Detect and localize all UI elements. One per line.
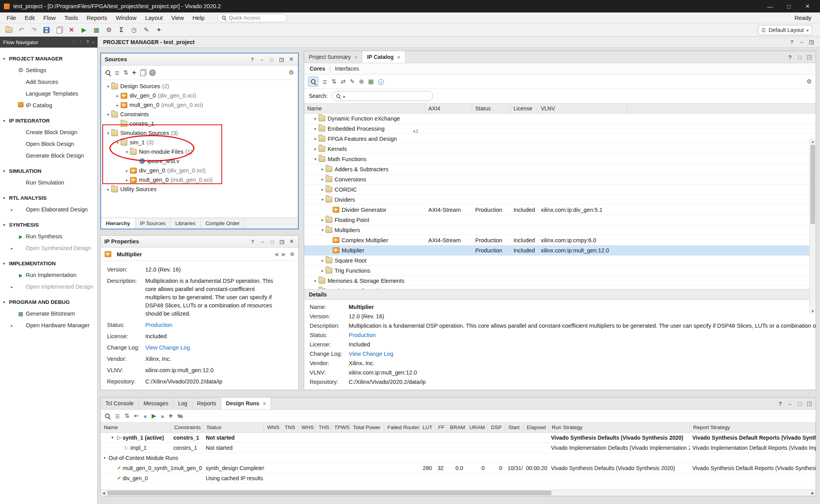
maximize-icon[interactable] bbox=[808, 39, 815, 45]
tree-row[interactable]: ipcore_test.v bbox=[101, 156, 298, 166]
column-header[interactable]: AXI4 bbox=[425, 103, 472, 113]
back-icon[interactable]: ◀ bbox=[274, 251, 278, 257]
menu-item[interactable]: Help bbox=[188, 12, 209, 23]
window-close-icon[interactable] bbox=[799, 1, 816, 11]
expander-icon[interactable]: ▸ bbox=[312, 137, 319, 141]
flow-nav-entry[interactable]: Language Templates bbox=[0, 88, 97, 99]
expander-icon[interactable]: ▾ bbox=[312, 157, 319, 161]
flow-nav-entry[interactable]: Open Block Design bbox=[0, 138, 97, 150]
close-icon[interactable] bbox=[397, 54, 400, 60]
expander-icon[interactable]: ▾ bbox=[114, 140, 121, 145]
menu-item[interactable]: View bbox=[167, 12, 188, 23]
editor-tab[interactable]: IP Catalog bbox=[362, 51, 405, 63]
expander-icon[interactable]: ▸ bbox=[114, 103, 121, 107]
table-row[interactable]: mult_gen_0_synth_1 mult_gen_0 synth_desi… bbox=[101, 463, 816, 473]
table-row[interactable]: ▸ Conversions bbox=[304, 174, 816, 185]
expander-icon[interactable]: ▸ bbox=[312, 279, 319, 283]
flow-nav-entry[interactable]: Run Simulation bbox=[0, 177, 97, 188]
window-maximize-icon[interactable] bbox=[780, 1, 797, 11]
settings-icon[interactable] bbox=[103, 25, 115, 35]
expander-icon[interactable]: ▾ bbox=[124, 150, 130, 154]
search-icon[interactable] bbox=[105, 413, 111, 419]
flow-nav-entry[interactable]: ▾ PROGRAM AND DEBUG bbox=[0, 296, 97, 308]
reset-runs-icon[interactable] bbox=[134, 412, 139, 419]
minimize-icon[interactable] bbox=[799, 39, 805, 45]
flow-nav-entry[interactable]: Run Synthesis bbox=[0, 231, 97, 242]
bottom-tab[interactable]: Log bbox=[173, 398, 192, 409]
column-header[interactable]: BRAM bbox=[447, 422, 466, 432]
expander-icon[interactable]: ▸ bbox=[124, 169, 130, 173]
minimize-icon[interactable] bbox=[787, 400, 793, 406]
search-icon[interactable] bbox=[308, 76, 318, 87]
column-header[interactable]: DSP bbox=[488, 422, 505, 432]
column-header[interactable]: Elapsed bbox=[524, 422, 549, 432]
column-header[interactable]: THS bbox=[316, 422, 331, 432]
tree-row[interactable]: ▾ Non-module Files (1) bbox=[101, 147, 298, 156]
expander-icon[interactable]: ▸ bbox=[319, 177, 326, 181]
expander-icon[interactable]: ▸ bbox=[114, 94, 121, 98]
step-back-icon[interactable] bbox=[144, 413, 147, 419]
column-header[interactable]: LUT bbox=[419, 422, 435, 432]
table-row[interactable]: ▸ Floating Point bbox=[304, 215, 816, 225]
column-header[interactable]: Start bbox=[505, 422, 524, 432]
flow-nav-entry[interactable]: ▾ SYNTHESIS bbox=[0, 219, 97, 231]
debug-icon[interactable] bbox=[153, 25, 165, 35]
sum-icon[interactable] bbox=[116, 25, 127, 35]
close-icon[interactable] bbox=[289, 238, 295, 245]
taxonomy-icon[interactable] bbox=[340, 78, 346, 85]
quick-access-search[interactable]: Quick Access bbox=[217, 14, 287, 22]
column-header[interactable]: Constraints bbox=[171, 422, 203, 432]
expander-icon[interactable]: ▸ bbox=[312, 116, 319, 121]
launch-runs-icon[interactable] bbox=[152, 412, 156, 419]
flow-nav-entry[interactable]: Create Block Design bbox=[0, 126, 97, 138]
flow-nav-entry[interactable]: ▾ RTL ANALYSIS bbox=[0, 192, 97, 204]
scroll-up-icon[interactable]: ▲ bbox=[810, 138, 816, 144]
table-row[interactable]: ▸ Embedded Processing bbox=[304, 124, 816, 134]
tree-row[interactable]: ▾ Simulation Sources (3) bbox=[101, 128, 298, 138]
minimize-icon[interactable] bbox=[259, 238, 266, 245]
create-run-icon[interactable] bbox=[169, 412, 173, 420]
column-header[interactable]: TNS bbox=[282, 422, 298, 432]
float-icon[interactable] bbox=[269, 56, 275, 62]
customize-icon[interactable] bbox=[350, 78, 355, 85]
add-repository-icon[interactable] bbox=[359, 78, 364, 85]
cancel-run-icon[interactable] bbox=[66, 25, 77, 35]
expander-icon[interactable]: ▾ bbox=[319, 228, 326, 232]
expander-icon[interactable]: ▸ bbox=[105, 187, 111, 192]
column-header[interactable]: License bbox=[510, 103, 538, 113]
forward-icon[interactable]: ▶ bbox=[282, 251, 286, 257]
column-header[interactable]: Status bbox=[472, 103, 510, 113]
scroll-right-icon[interactable]: ▶ bbox=[810, 490, 816, 496]
close-icon[interactable] bbox=[354, 54, 357, 60]
catalog-subtab[interactable]: Cores bbox=[310, 66, 330, 72]
column-header[interactable]: Total Power bbox=[350, 422, 384, 432]
menu-item[interactable]: Flow bbox=[39, 12, 60, 23]
expand-all-icon[interactable] bbox=[332, 78, 337, 85]
help-icon[interactable] bbox=[777, 400, 783, 406]
catalog-subtab[interactable]: Interfaces bbox=[330, 66, 364, 72]
flow-nav-entry[interactable]: ▾ IP INTEGRATOR bbox=[0, 115, 97, 126]
flow-nav-entry[interactable]: ▸ Open Hardware Manager bbox=[0, 319, 97, 331]
expander-icon[interactable]: ▾ bbox=[105, 84, 111, 89]
flow-nav-entry[interactable]: ▾ SIMULATION bbox=[0, 165, 97, 177]
table-row[interactable]: ▸ FPGA Features and Design bbox=[304, 134, 816, 144]
help-icon[interactable] bbox=[787, 54, 793, 60]
catalog-search-input[interactable] bbox=[332, 91, 433, 101]
gear-icon[interactable] bbox=[807, 78, 812, 85]
sources-view-tab[interactable]: Compile Order bbox=[201, 218, 245, 229]
maximize-icon[interactable] bbox=[806, 54, 813, 60]
help-icon[interactable] bbox=[789, 39, 795, 45]
expander-icon[interactable]: ▸ bbox=[319, 218, 326, 222]
open-project-icon[interactable] bbox=[3, 25, 15, 35]
flow-nav-entry[interactable]: Generate Block Design bbox=[0, 150, 97, 161]
undo-icon[interactable] bbox=[16, 25, 27, 35]
scrollbar-thumb[interactable] bbox=[811, 145, 815, 224]
save-icon[interactable] bbox=[41, 25, 52, 35]
table-row[interactable]: ▾ Out-of-Context Module Runs bbox=[101, 453, 816, 463]
column-header[interactable]: WHS bbox=[298, 422, 316, 432]
timing-icon[interactable] bbox=[128, 25, 140, 35]
flow-nav-entry[interactable]: Add Sources bbox=[0, 76, 97, 88]
layout-selector[interactable]: Default Layout bbox=[758, 25, 812, 35]
flow-nav-expand-icon[interactable] bbox=[79, 39, 83, 45]
step-forward-icon[interactable] bbox=[161, 413, 164, 419]
